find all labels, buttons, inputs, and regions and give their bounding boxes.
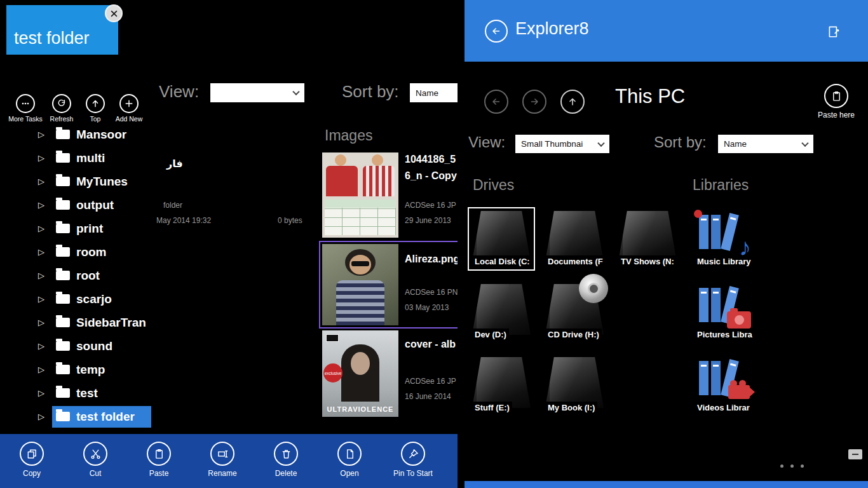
view-dropdown-value: Small Thumbnai <box>521 139 583 149</box>
copy-button[interactable]: Copy <box>0 442 64 478</box>
music-dot-badge <box>694 210 702 218</box>
app-tile[interactable]: test folder <box>6 5 118 55</box>
tree-item-body[interactable]: sound <box>52 336 151 357</box>
drive-tile[interactable]: Stuff (E:) <box>468 353 535 417</box>
tree-item-body[interactable]: MyTunes <box>52 171 151 193</box>
tree-item-body[interactable]: Mansoor <box>52 124 151 146</box>
tree-item[interactable]: ▷ SidebarTran <box>38 311 151 334</box>
folder-icon <box>56 177 70 186</box>
drive-tile[interactable]: Dev (D:) <box>468 280 535 344</box>
file-name: فار <box>166 158 183 170</box>
expand-triangle-icon[interactable]: ▷ <box>38 341 52 351</box>
tree-item[interactable]: ▷ root <box>38 264 151 287</box>
tree-item-body[interactable]: scarjo <box>52 288 151 310</box>
folder-tree: ▷ Mansoor ▷ multi ▷ MyTunes ▷ <box>38 123 151 428</box>
expand-triangle-icon[interactable]: ▷ <box>38 130 52 139</box>
expand-triangle-icon[interactable]: ▷ <box>38 412 52 421</box>
file-thumbnail <box>322 244 398 325</box>
view-dropdown[interactable]: Small Thumbnai <box>515 135 609 153</box>
tree-item[interactable]: ▷ test <box>38 381 151 405</box>
sort-dropdown[interactable]: Name <box>718 135 813 153</box>
exclusive-sticker: exclusive <box>323 363 342 383</box>
tree-item[interactable]: ▷ Mansoor <box>38 123 151 146</box>
tree-item-body[interactable]: print <box>52 218 151 240</box>
tree-item-label: print <box>76 222 103 236</box>
nav-up-button[interactable] <box>560 90 585 114</box>
pin-icon <box>401 442 425 466</box>
drive-icon <box>618 211 677 262</box>
file-item-folder[interactable]: فار folder May 2014 19:32 0 bytes <box>156 152 318 238</box>
expand-triangle-icon[interactable]: ▷ <box>38 294 52 304</box>
snap-divider[interactable] <box>458 0 465 488</box>
thumb-portrait <box>351 352 370 375</box>
rename-button[interactable]: Rename <box>191 442 254 478</box>
tree-item[interactable]: ▷ sound <box>38 334 151 358</box>
tree-item-label: Mansoor <box>76 128 126 142</box>
file-date: 29 June 2013 <box>405 216 451 225</box>
tree-item-body[interactable]: multi <box>52 147 151 169</box>
library-tile[interactable]: ♪ Pictures Libra <box>690 280 757 344</box>
file-item-selected[interactable]: Alireza.png ACDSee 16 PN 03 May 2013 <box>319 241 458 329</box>
tree-item[interactable]: ▷ room <box>38 240 151 264</box>
nav-back-button[interactable] <box>484 90 508 114</box>
drive-icon <box>545 357 604 408</box>
file-name: cover - alb <box>405 339 456 350</box>
tree-item-body[interactable]: output <box>52 194 151 216</box>
folder-icon <box>56 130 70 139</box>
paste-button[interactable]: Paste <box>127 442 191 478</box>
left-arrow-icon <box>491 25 502 37</box>
tree-item-body[interactable]: test folder <box>52 406 151 428</box>
cut-button[interactable]: Cut <box>64 442 127 478</box>
expand-triangle-icon[interactable]: ▷ <box>38 365 52 374</box>
tree-item-body[interactable]: room <box>52 241 151 263</box>
collapse-handle[interactable] <box>848 449 862 459</box>
drive-tile[interactable]: CD Drive (H:) <box>541 280 608 344</box>
tree-item[interactable]: ▷ multi <box>38 146 151 170</box>
tree-item-label: sound <box>76 339 112 353</box>
file-item[interactable]: exclusive ULTRAVIOLENCE cover - alb ACDS… <box>322 330 458 417</box>
drive-tile[interactable]: Documents (F <box>541 207 608 271</box>
tree-item-body[interactable]: test <box>52 383 151 404</box>
more-tasks-button[interactable]: More Tasks <box>5 94 46 123</box>
expand-triangle-icon[interactable]: ▷ <box>38 224 52 233</box>
tree-item[interactable]: ▷ print <box>38 217 151 240</box>
library-tile[interactable]: ♪ Videos Librar <box>690 353 757 417</box>
library-icon: ♪ <box>695 208 751 255</box>
app-logo-icon[interactable] <box>824 22 843 41</box>
close-button[interactable] <box>105 4 123 22</box>
back-button[interactable] <box>485 20 508 43</box>
tree-item-body[interactable]: SidebarTran <box>52 312 151 334</box>
thumb-figure <box>335 154 346 166</box>
open-button[interactable]: Open <box>318 442 381 478</box>
view-dropdown[interactable] <box>210 83 304 102</box>
drive-tile[interactable]: Local Disk (C: <box>468 207 535 271</box>
drive-tile[interactable]: TV Shows (N: <box>614 207 681 271</box>
tree-item[interactable]: ▷ scarjo <box>38 287 151 311</box>
pin-to-start-button[interactable]: Pin To Start <box>381 442 445 478</box>
chevron-down-icon <box>597 139 604 146</box>
cd-disc-icon <box>579 274 608 303</box>
tree-item-body[interactable]: temp <box>52 359 151 381</box>
expand-triangle-icon[interactable]: ▷ <box>38 388 52 398</box>
library-tile[interactable]: ♪ Music Library <box>690 207 757 271</box>
tree-item-body[interactable]: root <box>52 265 151 287</box>
nav-forward-button[interactable] <box>522 90 546 114</box>
expand-triangle-icon[interactable]: ▷ <box>38 177 52 186</box>
app-tile-label: test folder <box>14 29 90 48</box>
delete-button[interactable]: Delete <box>254 442 318 478</box>
drive-tile[interactable]: My Book (I:) <box>541 353 608 417</box>
expand-triangle-icon[interactable]: ▷ <box>38 318 52 327</box>
expand-triangle-icon[interactable]: ▷ <box>38 200 52 210</box>
tree-item[interactable]: ▷ temp <box>38 358 151 381</box>
tree-item[interactable]: ▷ output <box>38 193 151 217</box>
paste-here-button[interactable]: Paste here <box>808 84 865 119</box>
drive-label: Documents (F <box>545 255 606 268</box>
tree-item[interactable]: ▷ MyTunes <box>38 170 151 193</box>
expand-triangle-icon[interactable]: ▷ <box>38 271 52 280</box>
expand-triangle-icon[interactable]: ▷ <box>38 247 52 257</box>
sort-dropdown[interactable]: Name <box>410 83 458 102</box>
expand-triangle-icon[interactable]: ▷ <box>38 153 52 163</box>
add-new-button[interactable]: Add New <box>109 94 149 123</box>
file-item[interactable]: 1044186_5 6_n - Copy ACDSee 16 JP 29 Jun… <box>322 152 458 238</box>
tree-item[interactable]: ▷ test folder <box>38 405 151 428</box>
